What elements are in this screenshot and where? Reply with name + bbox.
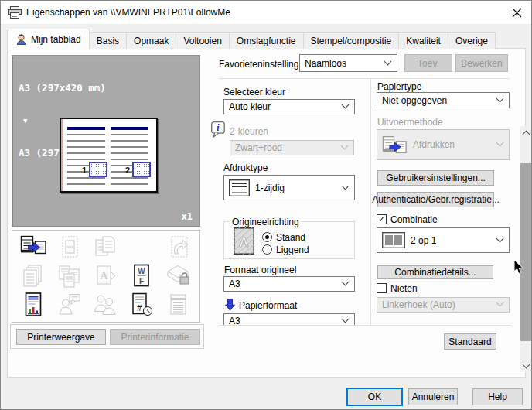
tab-kwaliteit[interactable]: Kwaliteit bbox=[398, 32, 448, 49]
one-sided-icon bbox=[229, 179, 250, 196]
quick-setting-font-page: A bbox=[88, 261, 124, 290]
ok-button[interactable]: OK bbox=[346, 388, 403, 406]
staple-position-select: Linkerhoek (Auto) bbox=[377, 297, 510, 313]
printer-icon bbox=[8, 6, 22, 21]
authentication-button[interactable]: Authenticatie/Gebr.registratie... bbox=[377, 192, 494, 207]
close-icon[interactable] bbox=[505, 3, 528, 22]
user-settings-button[interactable]: Gebruikersinstellingen... bbox=[377, 170, 494, 186]
preview-header-bar bbox=[111, 127, 148, 130]
orientation-landscape-radio[interactable] bbox=[262, 244, 272, 255]
info-icon[interactable]: i bbox=[211, 121, 225, 141]
tab-label: Voltooien bbox=[183, 36, 221, 46]
printer-view-button[interactable]: Printerweergave bbox=[16, 329, 106, 345]
preview-zoom-factor: x1 bbox=[182, 211, 193, 222]
two-color-label: 2-kleuren bbox=[230, 126, 268, 137]
svg-text:A: A bbox=[101, 269, 109, 282]
title-bar: Eigenschappen van \\VMWINFPRTP01\FollowM… bbox=[1, 1, 531, 24]
combination-select[interactable]: 2 op 1 bbox=[377, 227, 510, 253]
svg-text:#: # bbox=[137, 303, 142, 313]
chevron-down-icon bbox=[496, 139, 504, 147]
tab-opmaak[interactable]: Opmaak bbox=[126, 32, 176, 49]
orientation-portrait-radio[interactable] bbox=[262, 232, 272, 242]
preview-text-lines bbox=[67, 134, 105, 185]
center-page-icon bbox=[56, 234, 84, 261]
original-size-select[interactable]: A3 bbox=[223, 276, 355, 292]
font-page-icon: A bbox=[92, 263, 119, 289]
combination-checkbox[interactable]: ✓ bbox=[377, 214, 387, 224]
tab-page: A3 (297x420 mm) ▼ A3 (297x420 mm) 1 2 bbox=[7, 48, 526, 378]
tab-label: Mijn tabblad bbox=[31, 34, 81, 45]
scroll-down-icon[interactable] bbox=[520, 359, 532, 372]
tab-label: Omslagfunctie bbox=[237, 36, 296, 46]
tab-strip: Mijn tabbladBasisOpmaakVoltooienOmslagfu… bbox=[1, 24, 531, 49]
tab-label: Basis bbox=[97, 36, 119, 46]
tab-label: Stempel/compositie bbox=[311, 36, 392, 46]
quick-setting-print-output[interactable] bbox=[15, 233, 52, 261]
secure-roll-icon bbox=[165, 263, 192, 289]
printer-info-button: Printerinformatie bbox=[110, 329, 200, 345]
tab-voltooien[interactable]: Voltooien bbox=[176, 32, 229, 49]
lined-doc-icon bbox=[165, 292, 192, 318]
numbered-doc-icon: # bbox=[128, 292, 155, 318]
quick-setting-numbered-doc[interactable]: # bbox=[124, 291, 160, 319]
preview-text-lines bbox=[111, 134, 148, 185]
chevron-down-icon bbox=[384, 57, 392, 65]
favorites-select[interactable]: Naamloos bbox=[299, 54, 397, 72]
quick-setting-page-stack bbox=[15, 261, 52, 290]
multi-docs-icon bbox=[56, 263, 84, 289]
page-stamp-1 bbox=[89, 162, 107, 177]
user-avatar-icon bbox=[15, 33, 27, 45]
chart-doc-icon bbox=[20, 292, 47, 318]
people-icon bbox=[92, 292, 119, 318]
paper-size-label: Papierformaat bbox=[239, 300, 297, 311]
rotate-output-icon bbox=[165, 234, 192, 261]
scrollbar-thumb[interactable] bbox=[520, 163, 532, 341]
chevron-down-icon bbox=[342, 316, 350, 323]
two-up-icon bbox=[382, 232, 405, 248]
preview-binding-edge bbox=[61, 119, 63, 191]
page-stamp-2 bbox=[132, 162, 151, 177]
quick-setting-chart-doc[interactable] bbox=[15, 291, 52, 319]
paper-size-select[interactable]: A3 bbox=[223, 313, 355, 325]
quick-setting-person-chat bbox=[52, 291, 88, 319]
select-color-select[interactable]: Auto kleur bbox=[223, 99, 355, 114]
scroll-up-icon[interactable] bbox=[520, 126, 532, 139]
horizontal-separator bbox=[219, 325, 511, 326]
quick-settings-grid: AWF# bbox=[12, 230, 200, 323]
tab-basis[interactable]: Basis bbox=[89, 32, 127, 49]
orientation-landscape-label: Liggend bbox=[276, 244, 309, 255]
default-button[interactable]: Standaard bbox=[444, 333, 496, 350]
print-output-icon bbox=[20, 234, 47, 261]
tab-mijn-tabblad[interactable]: Mijn tabblad bbox=[7, 29, 90, 49]
person-chat-icon bbox=[56, 292, 84, 318]
svg-text:A: A bbox=[239, 235, 248, 250]
help-button[interactable]: Help bbox=[472, 388, 523, 405]
page-stack-icon bbox=[20, 263, 47, 289]
tab-omslagfunctie[interactable]: Omslagfunctie bbox=[229, 32, 304, 49]
quick-setting-copy-pages bbox=[88, 233, 124, 261]
quick-setting-secure-roll bbox=[160, 261, 196, 290]
settings-scroll-area: Selecteer kleur Auto kleur i 2-kleuren Z… bbox=[210, 79, 518, 325]
chevron-down-icon bbox=[342, 182, 350, 190]
favorites-label: Favorieteninstelling bbox=[219, 59, 298, 70]
print-type-select[interactable]: 1-zijdig bbox=[223, 175, 355, 200]
quick-setting-watermark-doc[interactable]: WF bbox=[124, 261, 160, 290]
tab-stempel-compositie[interactable]: Stempel/compositie bbox=[303, 32, 400, 49]
copy-pages-icon bbox=[92, 234, 119, 261]
orientation-label: Origineelrichting bbox=[230, 217, 302, 227]
combination-details-button[interactable]: Combinatiedetails... bbox=[377, 265, 493, 279]
svg-text:F: F bbox=[139, 277, 144, 285]
paper-type-select[interactable]: Niet opgegeven bbox=[377, 92, 510, 108]
window-title: Eigenschappen van \\VMWINFPRTP01\FollowM… bbox=[26, 7, 230, 18]
combination-label: Combinatie bbox=[390, 214, 438, 225]
tab-overige[interactable]: Overige bbox=[448, 32, 496, 49]
empty-grid-cell bbox=[124, 233, 160, 261]
portrait-page-icon: A bbox=[234, 227, 254, 257]
chevron-down-icon bbox=[496, 234, 504, 242]
two-color-select: Zwart+rood bbox=[230, 140, 354, 155]
cancel-button[interactable]: Annuleren bbox=[408, 388, 458, 405]
chevron-down-icon bbox=[342, 278, 350, 286]
staple-checkbox[interactable] bbox=[377, 283, 387, 293]
select-color-label: Selecteer kleur bbox=[223, 87, 285, 97]
print-type-label: Afdruktype bbox=[223, 162, 268, 173]
